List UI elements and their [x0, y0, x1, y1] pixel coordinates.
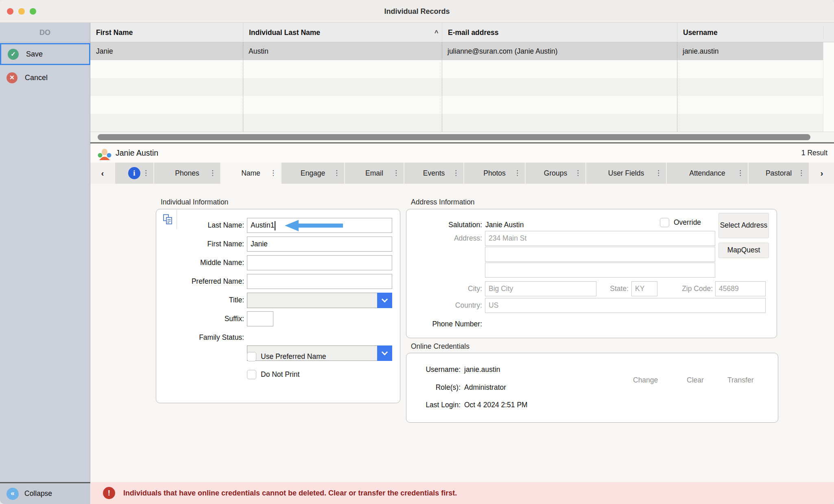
kebab-icon[interactable]: ⋮ [142, 163, 149, 184]
vertical-scrollbar-track[interactable] [823, 42, 834, 132]
kebab-icon[interactable]: ⋮ [574, 163, 581, 184]
cell-email: julianne@suran.com (Janie Austin) [442, 42, 677, 60]
state-label: State: [586, 281, 629, 296]
results-table-header: First Name Individual Last Name ^ E-mail… [90, 23, 834, 42]
roles-value: Administrator [464, 382, 506, 393]
kebab-icon[interactable]: ⋮ [798, 163, 805, 184]
suffix-input[interactable] [247, 311, 273, 326]
select-address-button[interactable]: Select Address [718, 213, 769, 238]
info-icon: i [128, 167, 140, 179]
chevron-left-icon: ‹ [101, 168, 104, 178]
kebab-icon[interactable]: ⋮ [737, 163, 744, 184]
state-input[interactable] [631, 281, 657, 296]
first-name-label: First Name: [122, 237, 244, 252]
column-header-email[interactable]: E-mail address [442, 23, 677, 42]
address-label: Address: [401, 231, 482, 246]
cancel-cross-icon: ✕ [7, 72, 17, 83]
tab-engage[interactable]: Engage⋮ [282, 163, 344, 184]
do-not-print-label: Do Not Print [261, 370, 299, 379]
column-divider [442, 42, 442, 132]
online-credentials-panel [406, 353, 778, 423]
column-header-first-name[interactable]: First Name [90, 23, 243, 42]
address-line2-input[interactable] [485, 247, 715, 262]
tab-bar: ‹ i ⋮ Phones⋮ Name⋮ Engage⋮ Email⋮ Event… [90, 163, 834, 184]
tab-phones[interactable]: Phones⋮ [154, 163, 220, 184]
cell-last-name: Austin [243, 42, 442, 60]
sort-ascending-icon[interactable]: ^ [434, 23, 443, 42]
individual-records-window: Individual Records DO ✓ Save ✕ Cancel « … [0, 0, 834, 504]
use-preferred-name-checkbox[interactable] [247, 352, 256, 361]
title-dropdown[interactable] [247, 293, 392, 308]
last-login-value: Oct 4 2024 2:51 PM [464, 400, 528, 410]
cell-first-name: Janie [90, 42, 243, 60]
tab-pastoral[interactable]: Pastoral⋮ [749, 163, 809, 184]
chevron-down-icon[interactable] [377, 293, 392, 308]
preferred-name-input[interactable] [247, 274, 392, 289]
kebab-icon[interactable]: ⋮ [655, 163, 662, 184]
first-name-input[interactable] [247, 237, 392, 252]
country-input[interactable] [485, 298, 766, 313]
tab-scroll-left-button[interactable]: ‹ [91, 163, 114, 184]
tab-attendance[interactable]: Attendance⋮ [667, 163, 748, 184]
kebab-icon[interactable]: ⋮ [514, 163, 521, 184]
table-row-empty [90, 60, 823, 78]
roles-label: Role(s): [400, 382, 461, 393]
family-status-label: Family Status: [122, 330, 244, 345]
tab-events[interactable]: Events⋮ [404, 163, 463, 184]
kebab-icon[interactable]: ⋮ [209, 163, 216, 184]
middle-name-input[interactable] [247, 255, 392, 270]
tab-user-fields[interactable]: User Fields⋮ [586, 163, 666, 184]
tab-scroll-right-button[interactable]: › [810, 163, 834, 184]
username-label: Username: [400, 364, 461, 375]
use-preferred-name-option: Use Preferred Name [247, 352, 326, 361]
column-header-username[interactable]: Username [677, 23, 823, 42]
cell-username: janie.austin [677, 42, 823, 60]
online-credentials-title: Online Credentials [411, 342, 469, 351]
suffix-label: Suffix: [122, 311, 244, 326]
clear-credentials-button[interactable]: Clear [687, 376, 704, 385]
use-preferred-name-label: Use Preferred Name [261, 352, 326, 361]
window-title: Individual Records [0, 0, 834, 23]
tab-email[interactable]: Email⋮ [345, 163, 404, 184]
salutation-label: Salutation: [401, 219, 482, 230]
individual-information-title: Individual Information [161, 198, 228, 206]
mapquest-button[interactable]: MapQuest [718, 243, 769, 258]
kebab-icon[interactable]: ⋮ [270, 163, 277, 184]
record-name: Janie Austin [116, 143, 158, 163]
override-checkbox[interactable] [660, 218, 669, 227]
tab-photos[interactable]: Photos⋮ [464, 163, 525, 184]
header-scrollbar-divider [823, 26, 823, 39]
middle-name-label: Middle Name: [122, 255, 244, 270]
address-line3-input[interactable] [485, 263, 715, 278]
save-button[interactable]: ✓ Save [0, 43, 90, 65]
kebab-icon[interactable]: ⋮ [333, 163, 340, 184]
transfer-credentials-button[interactable]: Transfer [727, 376, 754, 385]
horizontal-scrollbar-thumb[interactable] [98, 134, 810, 140]
table-row-empty [90, 114, 823, 132]
table-row-selected[interactable]: Janie Austin julianne@suran.com (Janie A… [90, 42, 823, 60]
sidebar-header: DO [0, 23, 90, 42]
table-row-empty [90, 78, 823, 96]
username-value: janie.austin [464, 364, 500, 375]
tab-info[interactable]: i ⋮ [115, 163, 153, 184]
city-label: City: [401, 281, 482, 296]
address-line1-input[interactable] [485, 231, 715, 246]
chevron-down-icon[interactable] [377, 345, 392, 361]
record-header: Janie Austin 1 Result [90, 143, 834, 163]
override-option: Override [660, 218, 701, 227]
city-input[interactable] [485, 281, 596, 296]
collapse-button[interactable]: « Collapse [0, 482, 90, 504]
results-table-body: Janie Austin julianne@suran.com (Janie A… [90, 42, 823, 132]
kebab-icon[interactable]: ⋮ [452, 163, 459, 184]
preferred-name-label: Preferred Name: [122, 274, 244, 289]
kebab-icon[interactable]: ⋮ [393, 163, 400, 184]
tab-groups[interactable]: Groups⋮ [526, 163, 585, 184]
do-not-print-checkbox[interactable] [247, 370, 256, 379]
change-credentials-button[interactable]: Change [633, 376, 658, 385]
cancel-button[interactable]: ✕ Cancel [0, 67, 90, 89]
zip-code-label: Zip Code: [667, 281, 713, 296]
tab-name[interactable]: Name⋮ [221, 163, 281, 184]
alert-icon: ! [103, 487, 115, 499]
column-header-last-name[interactable]: Individual Last Name [243, 23, 442, 42]
zip-code-input[interactable] [715, 281, 766, 296]
